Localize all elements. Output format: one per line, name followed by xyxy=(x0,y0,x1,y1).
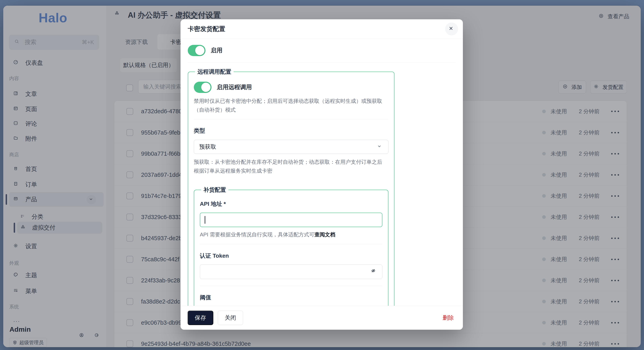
divider xyxy=(200,286,382,286)
divider xyxy=(200,244,382,244)
api-url-hint: API 需要根据业务情况自行实现，具体适配方式可查阅文档 xyxy=(200,231,382,238)
docs-link[interactable]: 查阅文档 xyxy=(314,232,335,238)
modal-body: 启用 远程调用配置 启用远程调用 禁用时仅从已有卡密池中分配；启用后可选择动态获… xyxy=(180,39,463,306)
api-url-input[interactable] xyxy=(200,213,382,227)
close-button[interactable] xyxy=(445,22,458,35)
remote-call-toggle[interactable] xyxy=(194,82,212,93)
type-label: 类型 xyxy=(194,127,388,135)
modal-overlay-sidebar xyxy=(3,6,107,347)
restock-fieldset: 补货配置 API 地址 * API 需要根据业务情况自行实现，具体适配方式可查阅… xyxy=(194,186,388,306)
type-select[interactable]: 预获取 xyxy=(194,140,388,154)
restock-legend: 补货配置 xyxy=(201,186,228,194)
type-select-value: 预获取 xyxy=(199,143,216,151)
modal-header: 卡密发货配置 xyxy=(180,19,463,39)
chevron-down-icon xyxy=(377,144,383,150)
save-button[interactable]: 保存 xyxy=(188,311,213,325)
remote-call-fieldset: 远程调用配置 启用远程调用 禁用时仅从已有卡密池中分配；启用后可选择动态获取（远… xyxy=(188,68,394,306)
card-key-ship-config-modal: 卡密发货配置 启用 远程调用配置 启用远程调用 禁用时仅从已有卡密池中分配；启用… xyxy=(180,19,463,330)
threshold-label: 阈值 xyxy=(200,294,382,301)
close-modal-button[interactable]: 关闭 xyxy=(218,311,243,325)
auth-token-input[interactable] xyxy=(200,265,382,279)
remote-call-description: 禁用时仅从已有卡密池中分配；启用后可选择动态获取（远程实时生成）或预获取（自动补… xyxy=(194,96,387,114)
eye-off-icon[interactable] xyxy=(371,268,378,275)
api-hint-text: API 需要根据业务情况自行实现，具体适配方式可 xyxy=(200,232,314,238)
remote-call-legend: 远程调用配置 xyxy=(195,68,234,76)
enable-toggle[interactable] xyxy=(188,45,206,56)
modal-title: 卡密发货配置 xyxy=(188,25,225,33)
text-caret xyxy=(205,216,205,224)
auth-token-label: 认证 Token xyxy=(200,252,382,260)
enable-toggle-label: 启用 xyxy=(211,46,222,54)
modal-footer: 保存 关闭 删除 xyxy=(180,306,463,330)
delete-button[interactable]: 删除 xyxy=(442,314,454,322)
divider xyxy=(188,62,456,63)
remote-call-toggle-label: 启用远程调用 xyxy=(217,83,252,91)
close-icon xyxy=(448,26,454,32)
api-url-label: API 地址 * xyxy=(200,200,382,208)
type-description: 预获取：从卡密池分配并在库存不足时自动补货；动态获取：在用户支付订单之后根据订单… xyxy=(194,157,387,175)
